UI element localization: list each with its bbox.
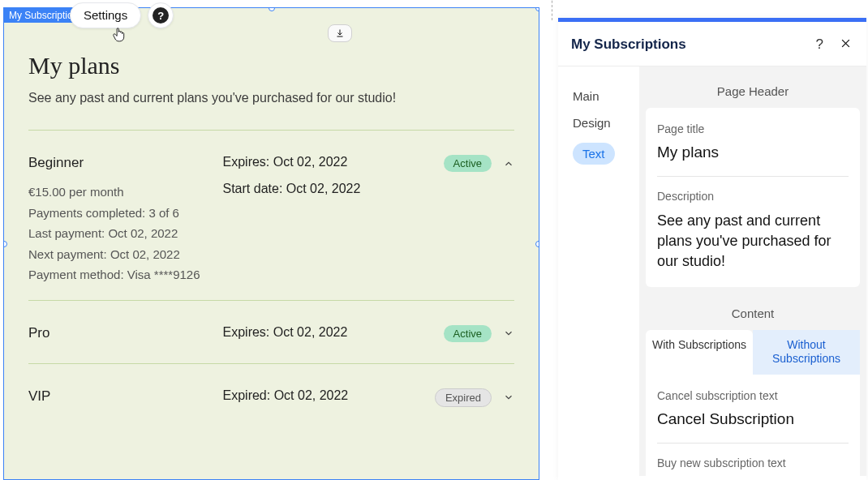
page-title-label: Page title (657, 122, 849, 135)
plan-row: VIP Expired: Oct 02, 2022 Expired (28, 379, 514, 417)
cancel-text-label: Cancel subscription text (657, 389, 849, 402)
panel-nav: Main Design Text (558, 66, 639, 476)
plan-detail-line: €15.00 per month (28, 182, 207, 203)
nav-text[interactable]: Text (573, 143, 615, 165)
panel-content: Page Header Page title My plans Descript… (639, 66, 866, 476)
page-description: See any past and current plans you've pu… (28, 91, 514, 105)
plan-detail-line: Payments completed: 3 of 6 (28, 203, 207, 224)
description-input[interactable]: See any past and current plans you've pu… (657, 211, 849, 272)
download-button[interactable] (328, 24, 352, 42)
resize-handle[interactable] (535, 7, 539, 11)
content-card: Cancel subscription text Cancel Subscrip… (646, 375, 860, 476)
resize-handle[interactable] (535, 241, 539, 247)
cursor-hand-icon (112, 27, 127, 43)
chevron-up-icon[interactable] (503, 158, 514, 169)
status-badge: Active (444, 325, 492, 342)
resize-handle[interactable] (3, 241, 7, 247)
nav-main[interactable]: Main (569, 83, 639, 109)
section-page-header: Page Header (639, 75, 866, 108)
plan-detail-line: Payment method: Visa ****9126 (28, 264, 207, 285)
floating-toolbar: Settings ? (70, 2, 174, 28)
content-tabs: With Subscriptions Without Subscriptions (646, 330, 860, 375)
plan-detail-line: Next payment: Oct 02, 2022 (28, 244, 207, 265)
plan-expire: Expires: Oct 02, 2022 (223, 325, 418, 340)
subscriptions-widget: My plans See any past and current plans … (28, 52, 514, 417)
divider (28, 130, 514, 131)
settings-panel: My Subscriptions ? Main Design Text Page… (558, 18, 866, 480)
plan-expire: Expired: Oct 02, 2022 (223, 388, 418, 403)
plan-detail-line: Last payment: Oct 02, 2022 (28, 223, 207, 244)
help-icon: ? (153, 7, 169, 24)
plan-start-date: Start date: Oct 02, 2022 (223, 182, 418, 196)
plan-row: Beginner Expires: Oct 02, 2022 Active (28, 145, 514, 182)
plan-details-row: €15.00 per month Payments completed: 3 o… (28, 182, 514, 295)
resize-handle[interactable] (269, 7, 275, 11)
cancel-text-input[interactable]: Cancel Subscription (657, 410, 849, 428)
plan-name: Beginner (28, 155, 223, 171)
buy-text-label: Buy new subscription text (657, 456, 849, 469)
help-button[interactable]: ? (148, 2, 174, 28)
download-icon (335, 28, 345, 38)
help-icon[interactable]: ? (816, 36, 823, 53)
status-badge: Active (444, 155, 492, 172)
plan-details: €15.00 per month Payments completed: 3 o… (28, 182, 207, 285)
tab-without-subscriptions[interactable]: Without Subscriptions (753, 330, 860, 375)
page-header-card: Page title My plans Description See any … (646, 108, 860, 287)
canvas-area: My Subscriptions My plans See any past a… (0, 0, 541, 480)
section-content: Content (639, 297, 866, 330)
status-badge: Expired (435, 388, 492, 407)
plan-row: Pro Expires: Oct 02, 2022 Active (28, 315, 514, 352)
selection-frame[interactable]: My Subscriptions My plans See any past a… (3, 7, 539, 480)
close-icon[interactable] (840, 37, 852, 53)
panel-divider (552, 0, 552, 20)
description-label: Description (657, 190, 849, 203)
panel-title: My Subscriptions (571, 36, 816, 53)
divider (28, 300, 514, 301)
plan-name: Pro (28, 325, 223, 341)
nav-design[interactable]: Design (569, 109, 639, 136)
plan-name: VIP (28, 388, 223, 405)
page-title-input[interactable]: My plans (657, 144, 849, 161)
chevron-down-icon[interactable] (503, 392, 514, 403)
chevron-down-icon[interactable] (503, 328, 514, 339)
plan-expire: Expires: Oct 02, 2022 (223, 155, 418, 169)
page-title: My plans (28, 52, 514, 79)
divider (28, 363, 514, 364)
settings-button[interactable]: Settings (70, 2, 141, 28)
tab-with-subscriptions[interactable]: With Subscriptions (646, 330, 753, 375)
